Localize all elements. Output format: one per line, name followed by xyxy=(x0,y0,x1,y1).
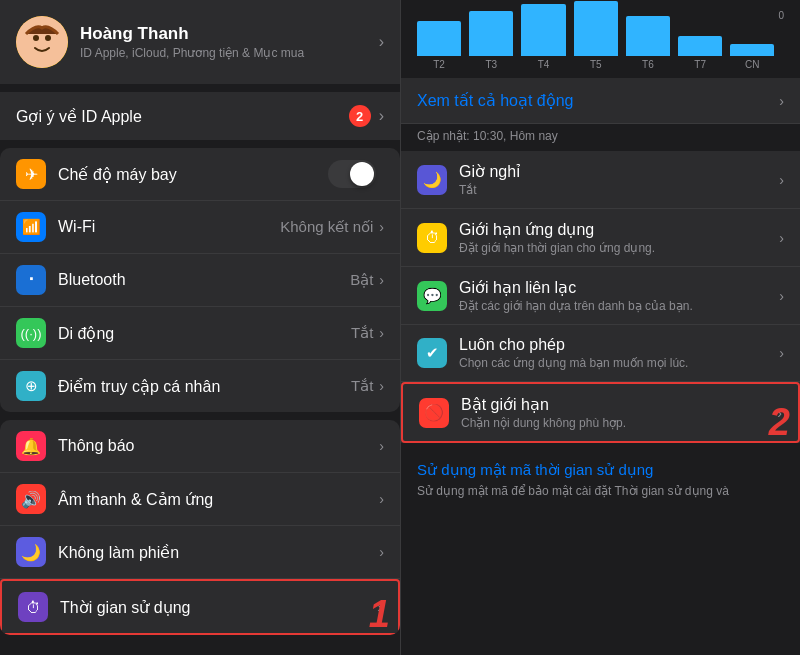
chart-bars: T2T3T4T5T6T7CN xyxy=(417,10,774,70)
profile-section[interactable]: Hoàng Thanh ID Apple, iCloud, Phương tiệ… xyxy=(0,0,400,84)
screentime-item[interactable]: ⏱ Thời gian sử dụng › xyxy=(0,579,400,635)
airplane-label: Chế độ máy bay xyxy=(58,165,328,184)
connectivity-group: ✈ Chế độ máy bay 📶 Wi-Fi Không kết nối ›… xyxy=(0,148,400,412)
bluetooth-value: Bật xyxy=(350,271,373,289)
cellular-item[interactable]: ((·)) Di động Tắt › xyxy=(0,307,400,360)
downtime-item[interactable]: 🌙 Giờ nghỉ Tắt › xyxy=(401,151,800,209)
notifications-chevron: › xyxy=(379,438,384,454)
profile-name: Hoàng Thanh xyxy=(80,24,379,44)
bar-T2 xyxy=(417,21,461,56)
suggestion-row[interactable]: Gợi ý về ID Apple 2 › xyxy=(0,92,400,140)
wifi-label: Wi-Fi xyxy=(58,218,280,236)
chart-area: T2T3T4T5T6T7CN 0 xyxy=(401,0,800,78)
alwaysallowed-title: Luôn cho phép xyxy=(459,336,779,354)
bar-label-T5: T5 xyxy=(590,59,602,70)
dnd-chevron: › xyxy=(379,544,384,560)
toggle-knob xyxy=(350,162,374,186)
screentime-icon: ⏱ xyxy=(18,592,48,622)
bar-label-CN: CN xyxy=(745,59,759,70)
notifications-group: 🔔 Thông báo › 🔊 Âm thanh & Cảm ứng › 🌙 K… xyxy=(0,420,400,635)
bar-T4 xyxy=(521,4,565,56)
chart-bar-T6: T6 xyxy=(626,16,670,70)
complimits-sub: Đặt các giới hạn dựa trên danh bạ của bạ… xyxy=(459,299,779,313)
notifications-item[interactable]: 🔔 Thông báo › xyxy=(0,420,400,473)
complimits-title: Giới hạn liên lạc xyxy=(459,278,779,297)
hotspot-label: Điểm truy cập cá nhân xyxy=(58,377,351,396)
sounds-chevron: › xyxy=(379,491,384,507)
suggestion-chevron: › xyxy=(379,107,384,125)
svg-point-0 xyxy=(16,16,68,68)
wifi-chevron: › xyxy=(379,219,384,235)
hotspot-item[interactable]: ⊕ Điểm truy cập cá nhân Tắt › xyxy=(0,360,400,412)
cellular-icon: ((·)) xyxy=(16,318,46,348)
sounds-label: Âm thanh & Cảm ứng xyxy=(58,490,379,509)
suggestion-badge: 2 xyxy=(349,105,371,127)
applimits-item[interactable]: ⏱ Giới hạn ứng dụng Đặt giới hạn thời gi… xyxy=(401,209,800,267)
profile-info: Hoàng Thanh ID Apple, iCloud, Phương tiệ… xyxy=(80,24,379,60)
dnd-label: Không làm phiền xyxy=(58,543,379,562)
update-text: Cập nhật: 10:30, Hôm nay xyxy=(401,124,800,151)
screentime-label: Thời gian sử dụng xyxy=(60,598,377,617)
bar-CN xyxy=(730,44,774,56)
profile-subtitle: ID Apple, iCloud, Phương tiện & Mục mua xyxy=(80,46,379,60)
cellular-value: Tắt xyxy=(351,324,373,342)
applimits-sub: Đặt giới hạn thời gian cho ứng dụng. xyxy=(459,241,779,255)
sounds-icon: 🔊 xyxy=(16,484,46,514)
downtime-chevron: › xyxy=(779,172,784,188)
downtime-title: Giờ nghỉ xyxy=(459,162,779,181)
view-all-row[interactable]: Xem tất cả hoạt động › xyxy=(401,78,800,124)
wifi-value: Không kết nối xyxy=(280,218,373,236)
right-bottom: Sử dụng mật mã thời gian sử dụng Sử dụng… xyxy=(401,451,800,510)
right-panel: T2T3T4T5T6T7CN 0 Xem tất cả hoạt động › … xyxy=(400,0,800,655)
left-panel: Hoàng Thanh ID Apple, iCloud, Phương tiệ… xyxy=(0,0,400,655)
bluetooth-chevron: › xyxy=(379,272,384,288)
chart-bar-T3: T3 xyxy=(469,11,513,70)
alwaysallowed-item[interactable]: ✔ Luôn cho phép Chọn các ứng dụng mà bạn… xyxy=(401,325,800,382)
airplane-toggle[interactable] xyxy=(328,160,376,188)
chart-bar-T4: T4 xyxy=(521,4,565,70)
chart-bar-T5: T5 xyxy=(574,1,618,70)
bar-label-T7: T7 xyxy=(694,59,706,70)
dnd-item[interactable]: 🌙 Không làm phiền › xyxy=(0,526,400,579)
bar-label-T3: T3 xyxy=(485,59,497,70)
contentlimits-item[interactable]: 🚫 Bật giới hạn Chặn nội dung không phù h… xyxy=(401,382,800,443)
complimits-chevron: › xyxy=(779,288,784,304)
alwaysallowed-icon: ✔ xyxy=(417,338,447,368)
bottom-link[interactable]: Sử dụng mật mã thời gian sử dụng xyxy=(417,461,784,479)
airplane-icon: ✈ xyxy=(16,159,46,189)
airplane-mode-item[interactable]: ✈ Chế độ máy bay xyxy=(0,148,400,201)
notifications-icon: 🔔 xyxy=(16,431,46,461)
avatar xyxy=(16,16,68,68)
contentlimits-text: Bật giới hạn Chặn nội dung không phù hợp… xyxy=(461,395,777,430)
applimits-chevron: › xyxy=(779,230,784,246)
chart-bar-T7: T7 xyxy=(678,36,722,70)
alwaysallowed-sub: Chọn các ứng dụng mà bạn muốn mọi lúc. xyxy=(459,356,779,370)
bluetooth-item[interactable]: ⬞ Bluetooth Bật › xyxy=(0,254,400,307)
alwaysallowed-chevron: › xyxy=(779,345,784,361)
complimits-text: Giới hạn liên lạc Đặt các giới hạn dựa t… xyxy=(459,278,779,313)
right-items-group: 🌙 Giờ nghỉ Tắt › ⏱ Giới hạn ứng dụng Đặt… xyxy=(401,151,800,443)
downtime-sub: Tắt xyxy=(459,183,779,197)
bar-label-T4: T4 xyxy=(538,59,550,70)
cellular-label: Di động xyxy=(58,324,351,343)
bar-label-T6: T6 xyxy=(642,59,654,70)
bar-T7 xyxy=(678,36,722,56)
marker-2: 2 xyxy=(769,403,790,441)
svg-point-1 xyxy=(33,35,39,41)
contentlimits-title: Bật giới hạn xyxy=(461,395,777,414)
chart-bar-CN: CN xyxy=(730,44,774,70)
bluetooth-icon: ⬞ xyxy=(16,265,46,295)
complimits-item[interactable]: 💬 Giới hạn liên lạc Đặt các giới hạn dựa… xyxy=(401,267,800,325)
wifi-icon: 📶 xyxy=(16,212,46,242)
view-all-chevron: › xyxy=(779,93,784,109)
suggestion-label: Gợi ý về ID Apple xyxy=(16,107,349,126)
bluetooth-label: Bluetooth xyxy=(58,271,350,289)
complimits-icon: 💬 xyxy=(417,281,447,311)
dnd-icon: 🌙 xyxy=(16,537,46,567)
downtime-text: Giờ nghỉ Tắt xyxy=(459,162,779,197)
applimits-icon: ⏱ xyxy=(417,223,447,253)
marker-1: 1 xyxy=(369,595,390,633)
cellular-chevron: › xyxy=(379,325,384,341)
wifi-item[interactable]: 📶 Wi-Fi Không kết nối › xyxy=(0,201,400,254)
sounds-item[interactable]: 🔊 Âm thanh & Cảm ứng › xyxy=(0,473,400,526)
